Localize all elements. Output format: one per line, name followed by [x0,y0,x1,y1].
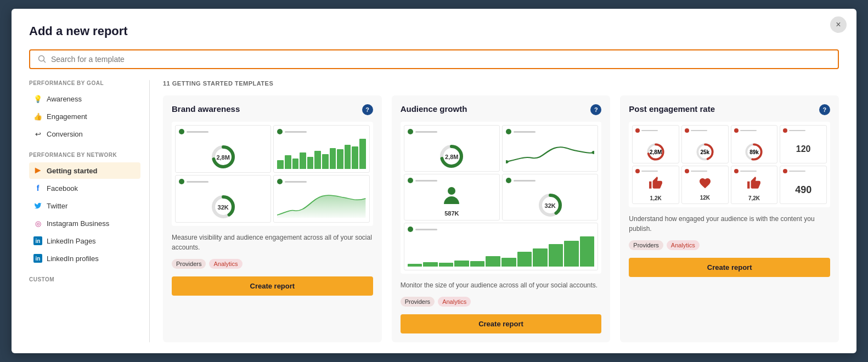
content-area: PERFORMANCE BY GOAL 💡 Awareness 👍 Engage… [29,80,839,342]
engagement-icon: 👍 [33,112,42,121]
sidebar-item-linkedin-profiles-label: LinkedIn profiles [47,254,99,263]
pe-cell-1: 2,8M [632,125,679,163]
templates-section-label: 11 GETTING STARTED TEMPLATES [163,80,839,87]
svg-point-0 [39,56,44,61]
audience-growth-preview: 2,8M [401,122,602,274]
preview-ag-person: 587K [404,174,500,220]
audience-growth-help[interactable]: ? [590,104,601,115]
search-icon [38,55,47,64]
sidebar-network-section: PERFORMANCE BY NETWORK Getting started f… [29,152,140,267]
awareness-icon: 💡 [33,94,42,103]
modal-title: Add a new report [29,24,839,38]
tag-analytics-ag: Analytics [438,297,471,307]
tag-analytics: Analytics [209,259,242,269]
pe-cell-8: 490 [780,166,827,204]
brand-awareness-help[interactable]: ? [362,104,373,115]
sidebar-item-linkedin-pages-label: LinkedIn Pages [47,237,96,245]
svg-point-9 [591,151,594,154]
getting-started-icon [33,166,42,175]
post-engagement-tags: Providers Analytics [629,240,830,250]
templates-grid: Brand awareness ? [163,95,839,342]
pe-cell-5: 1,2K [632,166,679,204]
template-card-brand-awareness: Brand awareness ? [163,95,382,342]
sidebar-custom-label: CUSTOM [29,276,140,282]
sidebar-item-conversion-label: Conversion [47,130,83,138]
sidebar-item-facebook-label: Facebook [47,184,78,193]
pe-cell-6: 12K [681,166,729,204]
svg-line-1 [44,61,46,63]
pe-cell-7: 7,2K [731,166,778,204]
template-card-audience-growth: Audience growth ? [392,95,611,342]
sidebar-item-linkedin-pages[interactable]: in LinkedIn Pages [29,233,140,249]
close-button[interactable]: × [830,16,847,33]
brand-awareness-title: Brand awareness [172,104,240,114]
linkedin-profiles-icon: in [33,254,42,263]
sidebar-item-twitter-label: Twitter [47,202,67,210]
sidebar-item-engagement[interactable]: 👍 Engagement [29,108,140,125]
add-report-modal: Add a new report × PERFORMANCE BY GOAL 💡… [12,9,856,353]
preview-ag-bar [404,223,599,270]
main-content: 11 GETTING STARTED TEMPLATES Brand aware… [150,80,839,342]
preview-donut-1: 2,8M [175,125,271,173]
sidebar-item-getting-started-label: Getting started [47,167,97,175]
post-engagement-title: Post engagement rate [629,104,715,114]
tag-providers-ag: Providers [401,297,435,307]
pe-cell-2: 25k [681,125,729,163]
svg-point-10 [506,160,509,163]
brand-awareness-tags: Providers Analytics [172,259,373,269]
sidebar-item-facebook[interactable]: f Facebook [29,180,140,196]
facebook-icon: f [33,184,42,193]
post-engagement-help[interactable]: ? [819,104,830,115]
template-card-post-engagement: Post engagement rate ? [620,95,839,342]
sidebar-item-getting-started[interactable]: Getting started [29,162,140,179]
preview-donut-2: 32K [175,175,271,223]
sidebar-item-instagram-label: Instagram Business [47,219,109,228]
sidebar-item-conversion[interactable]: ↩ Conversion [29,126,140,142]
sidebar-item-instagram[interactable]: ◎ Instagram Business [29,215,140,231]
preview-ag-donut2: 32K [502,174,598,220]
audience-growth-desc: Monitor the size of your audience across… [401,280,602,290]
search-input[interactable] [51,55,830,64]
pe-cell-4: 120 [780,125,827,163]
audience-growth-title: Audience growth [401,104,467,114]
preview-ag-donut: 2,8M [404,125,500,172]
sidebar: PERFORMANCE BY GOAL 💡 Awareness 👍 Engage… [29,80,150,342]
card-header-brand-awareness: Brand awareness ? [172,104,373,115]
sidebar-goal-section: PERFORMANCE BY GOAL 💡 Awareness 👍 Engage… [29,80,140,142]
sidebar-item-twitter[interactable]: Twitter [29,197,140,214]
brand-awareness-desc: Measure visibility and audience engageme… [172,233,373,252]
tag-providers-pe: Providers [629,240,663,250]
sidebar-item-linkedin-profiles[interactable]: in LinkedIn profiles [29,250,140,267]
post-engagement-desc: Understand how engaged your audience is … [629,214,830,234]
search-bar-container [29,49,839,69]
sidebar-item-awareness-label: Awareness [47,95,82,103]
sidebar-item-awareness[interactable]: 💡 Awareness [29,90,140,107]
preview-area-1 [273,175,369,223]
card-header-audience-growth: Audience growth ? [401,104,602,115]
preview-bar-1 [273,125,369,173]
sidebar-network-label: PERFORMANCE BY NETWORK [29,152,140,158]
create-report-btn-brand-awareness[interactable]: Create report [172,276,373,296]
brand-awareness-preview: 2,8M [172,122,373,226]
twitter-icon [33,201,42,210]
tag-providers: Providers [172,259,206,269]
svg-marker-2 [35,168,41,173]
linkedin-pages-icon: in [33,236,42,245]
create-report-btn-audience-growth[interactable]: Create report [401,314,602,333]
tag-analytics-pe: Analytics [667,240,700,250]
instagram-icon: ◎ [33,219,42,228]
sidebar-goal-label: PERFORMANCE BY GOAL [29,80,140,86]
create-report-btn-post-engagement[interactable]: Create report [629,258,830,277]
card-header-post-engagement: Post engagement rate ? [629,104,830,115]
pe-cell-3: 89k [731,125,778,163]
conversion-icon: ↩ [33,129,42,138]
svg-point-11 [448,187,455,195]
audience-growth-tags: Providers Analytics [401,297,602,307]
sidebar-item-engagement-label: Engagement [47,112,87,121]
preview-ag-line [502,125,598,172]
post-engagement-preview: 2,8M 25k [629,122,830,207]
